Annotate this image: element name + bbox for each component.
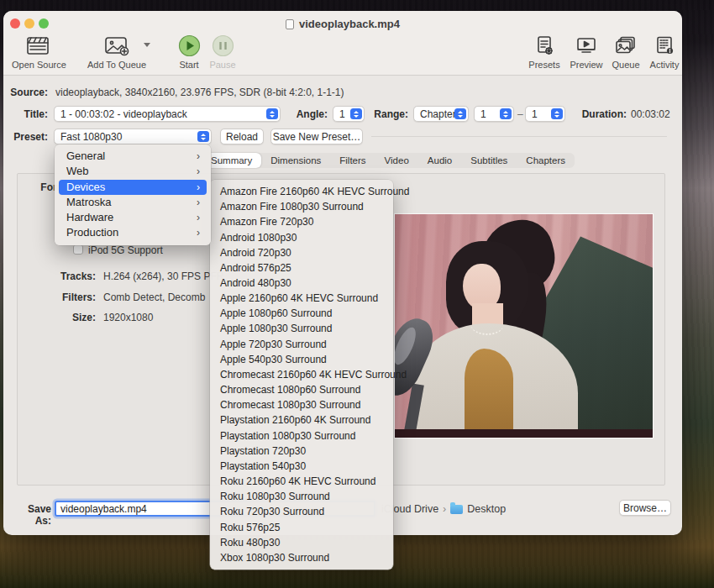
pause-label: Pause — [207, 60, 238, 70]
range-start-stepper[interactable]: 1 — [474, 106, 514, 122]
submenu-item[interactable]: Android 576p25 — [210, 260, 393, 276]
menu-item-web[interactable]: Web › — [59, 164, 207, 179]
chevron-right-icon: › — [197, 195, 200, 210]
submenu-item[interactable]: Amazon Fire 2160p60 4K HEVC Surround — [210, 184, 393, 199]
submenu-item[interactable]: Android 480p30 — [210, 276, 393, 291]
presets-icon — [533, 34, 555, 57]
tab-chapters[interactable]: Chapters — [517, 153, 575, 168]
add-to-queue-icon — [102, 34, 131, 57]
chevron-right-icon: › — [197, 180, 200, 195]
submenu-item[interactable]: Playstation 1080p30 Surround — [210, 428, 393, 444]
folder-icon — [450, 505, 463, 514]
range-end-stepper[interactable]: 1 — [525, 106, 565, 122]
chevron-down-icon — [144, 43, 150, 47]
menu-item-label: Matroska — [66, 196, 111, 208]
browse-label: Browse… — [623, 502, 667, 514]
open-source-button[interactable]: Open Source — [12, 34, 64, 70]
start-label: Start — [174, 60, 204, 70]
menu-item-label: Devices — [66, 181, 105, 193]
ipod-support-checkbox[interactable] — [73, 244, 83, 255]
submenu-item[interactable]: Apple 2160p60 4K HEVC Surround — [210, 291, 393, 306]
open-source-label: Open Source — [12, 60, 64, 70]
submenu-item[interactable]: Xbox 1080p30 Surround — [210, 550, 393, 565]
save-new-preset-button[interactable]: Save New Preset… — [270, 129, 363, 144]
size-value: 1920x1080 — [103, 312, 153, 323]
clapperboard-icon — [24, 34, 51, 57]
title-popup[interactable]: 1 - 00:03:02 - videoplayback — [54, 106, 281, 122]
submenu-item[interactable]: Playstation 540p30 — [210, 459, 393, 474]
queue-icon — [614, 34, 638, 57]
menu-item-devices[interactable]: Devices › — [59, 180, 207, 195]
popup-arrows-icon — [500, 108, 512, 119]
submenu-item[interactable]: Chromecast 2160p60 4K HEVC Surround — [210, 367, 393, 382]
save-as-value: videoplayback.mp4 — [60, 503, 147, 515]
popup-arrows-icon — [197, 131, 209, 142]
preview-label: Preview — [564, 60, 608, 70]
submenu-item[interactable]: Android 720p30 — [210, 245, 393, 260]
browse-button[interactable]: Browse… — [619, 500, 671, 516]
range-dash: – — [517, 108, 523, 120]
presets-button[interactable]: Presets — [522, 34, 566, 70]
breadcrumb-desktop[interactable]: Desktop — [467, 503, 506, 515]
range-label: Range: — [368, 108, 408, 120]
reload-button[interactable]: Reload — [220, 129, 264, 144]
submenu-item[interactable]: Apple 1080p30 Surround — [210, 321, 393, 336]
tab-subtitles[interactable]: Subtitles — [461, 153, 517, 168]
range-type-popup[interactable]: Chapters — [413, 106, 469, 122]
presets-label: Presets — [522, 60, 566, 70]
activity-label: Activity — [645, 60, 684, 70]
preview-button[interactable]: Preview — [564, 34, 608, 70]
submenu-item[interactable]: Apple 720p30 Surround — [210, 337, 393, 352]
submenu-item[interactable]: Amazon Fire 1080p30 Surround — [210, 199, 393, 214]
duration-label: Duration: — [575, 108, 627, 120]
chevron-right-icon: › — [197, 225, 200, 240]
chevron-right-icon: › — [197, 149, 200, 164]
submenu-item[interactable]: Chromecast 1080p30 Surround — [210, 397, 393, 412]
queue-label: Queue — [606, 60, 645, 70]
start-button[interactable]: Start — [174, 34, 204, 70]
menu-item-label: Production — [66, 226, 118, 239]
submenu-item[interactable]: Android 1080p30 — [210, 229, 393, 244]
submenu-item[interactable]: Roku 720p30 Surround — [210, 504, 393, 519]
popup-arrows-icon — [454, 108, 466, 119]
size-label: Size: — [18, 312, 96, 323]
source-label: Source: — [3, 87, 48, 98]
angle-label: Angle: — [289, 108, 328, 120]
start-play-icon — [178, 34, 201, 57]
divider — [371, 136, 667, 137]
submenu-item[interactable]: Chromecast 1080p60 Surround — [210, 382, 393, 397]
menu-item-matroska[interactable]: Matroska › — [59, 195, 207, 210]
tab-dimensions[interactable]: Dimensions — [261, 153, 330, 168]
menu-item-label: Web — [66, 165, 89, 177]
window-title: videoplayback.mp4 — [3, 18, 682, 30]
submenu-item[interactable]: Playstation 2160p60 4K Surround — [210, 412, 393, 428]
filters-value: Comb Detect, Decomb — [103, 291, 205, 303]
submenu-item[interactable]: Apple 540p30 Surround — [210, 352, 393, 367]
range-start-value: 1 — [480, 108, 486, 120]
tab-video[interactable]: Video — [375, 153, 418, 168]
menu-item-production[interactable]: Production › — [59, 225, 207, 240]
submenu-item[interactable]: Playstation 720p30 — [210, 444, 393, 459]
activity-button[interactable]: Activity — [645, 34, 684, 70]
menu-item-hardware[interactable]: Hardware › — [59, 210, 207, 225]
devices-submenu: Amazon Fire 2160p60 4K HEVC Surround Ama… — [210, 180, 393, 570]
tab-audio[interactable]: Audio — [418, 153, 461, 168]
queue-button[interactable]: Queue — [606, 34, 645, 70]
tracks-label: Tracks: — [18, 270, 96, 282]
submenu-item[interactable]: Roku 2160p60 4K HEVC Surround — [210, 474, 393, 489]
submenu-item[interactable]: Roku 576p25 — [210, 519, 393, 534]
preview-photo — [395, 214, 653, 438]
tab-filters[interactable]: Filters — [330, 153, 375, 168]
title-popup-value: 1 - 00:03:02 - videoplayback — [60, 108, 187, 120]
menu-item-general[interactable]: General › — [59, 149, 207, 164]
save-new-preset-label: Save New Preset… — [273, 131, 361, 143]
preset-popup[interactable]: Fast 1080p30 — [54, 129, 212, 144]
submenu-item[interactable]: Roku 480p30 — [210, 535, 393, 550]
add-to-queue-button[interactable]: Add To Queue — [83, 34, 150, 70]
submenu-item[interactable]: Apple 1080p60 Surround — [210, 306, 393, 321]
destination-breadcrumb: iCloud Drive › Desktop — [381, 503, 506, 515]
submenu-item[interactable]: Amazon Fire 720p30 — [210, 214, 393, 229]
singer-necklace — [471, 315, 503, 335]
submenu-item[interactable]: Roku 1080p30 Surround — [210, 489, 393, 504]
angle-popup[interactable]: 1 — [333, 106, 365, 122]
